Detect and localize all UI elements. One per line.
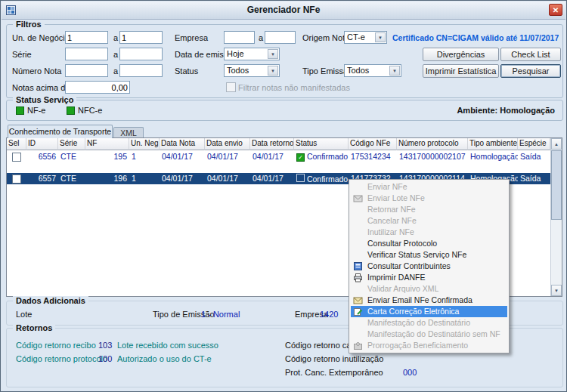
menu-item-prorrogacao-beneficiamento: Prorrogação Beneficiamento [351, 340, 507, 351]
column-header-especie[interactable]: Espécie [518, 138, 550, 150]
column-header-data-envio[interactable]: Data envio [205, 138, 250, 150]
status-select[interactable]: Todos ▼ [224, 64, 280, 77]
column-header-tipo-ambiente[interactable]: Tipo ambiente [468, 138, 518, 150]
cell-data-envio: 04/01/17 [205, 151, 250, 162]
cell-un-neg: 1 [129, 151, 160, 162]
range-sep-label: a [113, 33, 118, 42]
origem-nota-select[interactable]: CT-e ▼ [344, 31, 387, 44]
lote-label: Lote [16, 310, 32, 319]
range-sep-label: a [113, 50, 118, 59]
empresa-to-input[interactable] [265, 31, 296, 44]
numero-nota-label: Número Nota [12, 66, 61, 76]
cell-codigo-nfe: 175314234 [349, 151, 397, 162]
status-checkbox-icon [296, 174, 305, 182]
menu-item-manifestacao-destinatario-sem-nf: Manifestação do Destinatário sem NF [351, 329, 507, 340]
cell-status: Confirmado [307, 174, 348, 184]
cell-serie: CTE [58, 151, 85, 162]
data-emissao-select[interactable]: Hoje ▼ [224, 48, 280, 60]
email-icon [353, 295, 363, 305]
cell-data-nota: 04/01/17 [160, 173, 205, 184]
menu-item-validar-arquivo-xml: Validar Arquivo XML [351, 283, 507, 295]
imprimir-estatistica-button[interactable]: Imprimir Estatística [423, 64, 499, 78]
column-header-sel[interactable]: Sel [7, 138, 26, 150]
filtrar-manifestadas-checkbox [226, 82, 236, 92]
menu-item-enviar-email-nfe-confirmada[interactable]: Enviar Email NFe Confirmada [351, 295, 507, 306]
serie-to-input[interactable] [119, 48, 163, 60]
close-button[interactable]: ✕ [549, 4, 562, 16]
column-header-data-nota[interactable]: Data Nota [160, 138, 205, 150]
menu-item-cancelar-nfe: Cancelar NFe [351, 215, 507, 227]
cell-data-nota: 04/01/17 [160, 151, 205, 162]
scroll-up-button[interactable]: ▲ [551, 138, 562, 150]
scroll-down-button[interactable]: ▼ [551, 285, 562, 296]
prot-canc-extemporaneo-value: 000 [403, 368, 417, 377]
cell-status: Confirmado [307, 152, 348, 161]
row-select-checkbox[interactable] [12, 153, 21, 162]
codigo-retorno-inutilizacao-label: Código retorno inutilização [285, 354, 383, 363]
numero-nota-from-input[interactable] [65, 64, 108, 77]
cell-especie: Saída [518, 151, 550, 162]
chevron-down-icon: ▼ [389, 66, 400, 76]
codigo-retorno-recibo-value: 103 [98, 341, 112, 350]
chevron-down-icon: ▼ [375, 32, 386, 42]
menu-item-verificar-status-servico-nfe[interactable]: Verificar Status Serviço NFe [351, 249, 507, 261]
tab-conhecimento-transporte[interactable]: Conhecimento de Transporte [8, 125, 113, 138]
column-header-data-retorno[interactable]: Data retorno [250, 138, 294, 150]
menu-item-enviar-lote-nfe: Enviar Lote NFe [351, 193, 507, 204]
cell-id: 6557 [26, 173, 58, 184]
cell-nf: 195 [85, 151, 129, 162]
numero-nota-to-input[interactable] [119, 64, 163, 77]
column-header-numero-protocolo[interactable]: Número protocolo [397, 138, 468, 150]
nfe-status-label: NF-e [27, 106, 45, 115]
codigo-retorno-protocolo-label: Código retorno protocolo [16, 354, 107, 363]
row-select-checkbox[interactable] [12, 174, 21, 184]
notas-acima-label: Notas acima de [12, 83, 70, 92]
mail-icon [353, 193, 363, 203]
divergencias-button[interactable]: Divergências [423, 48, 499, 61]
confirmed-check-icon: ✓ [296, 153, 305, 162]
column-header-serie[interactable]: Série [58, 138, 85, 150]
printer-icon [353, 273, 363, 282]
cell-data-envio: 04/01/17 [205, 173, 250, 184]
cell-protocolo: 143170000002107 [397, 151, 468, 162]
notas-acima-input[interactable] [65, 81, 130, 94]
menu-item-carta-correcao-eletronica[interactable]: Carta Correção Eletrônica [351, 306, 507, 317]
codigo-retorno-recibo-label: Código retorno recibo [16, 341, 96, 350]
serie-from-input[interactable] [65, 48, 108, 60]
codigo-retorno-protocolo-value: 100 [98, 354, 112, 363]
cell-serie: CTE [58, 173, 85, 184]
column-header-nf[interactable]: NF [85, 138, 129, 150]
menu-item-manifestacao-destinatario: Manifestação do Destinatário [351, 317, 507, 329]
un-negocio-label: Un. de Negócio [12, 33, 70, 42]
column-header-status[interactable]: Status [294, 138, 349, 150]
nfce-status-green-icon [67, 106, 75, 115]
empresa-from-input[interactable] [224, 31, 255, 44]
un-negocio-to-input[interactable] [119, 31, 163, 44]
cell-data-retorno: 04/01/17 [250, 173, 294, 184]
chevron-down-icon: ▼ [268, 66, 278, 76]
column-header-id[interactable]: ID [26, 138, 58, 150]
nfce-status-label: NFC-e [78, 106, 102, 115]
close-icon: ✕ [553, 6, 559, 14]
tab-xml[interactable]: XML [113, 127, 144, 138]
scrollbar-thumb[interactable] [551, 150, 562, 220]
tipo-emissao-select[interactable]: Todos ▼ [344, 64, 401, 77]
menu-item-consultar-protocolo[interactable]: Consultar Protocolo [351, 238, 507, 249]
table-row[interactable]: 6556 CTE 195 1 04/01/17 04/01/17 04/01/1… [7, 151, 550, 162]
pesquisar-button[interactable]: Pesquisar [500, 64, 561, 78]
context-menu: Enviar NFe Enviar Lote NFe Retornar NFe … [349, 179, 510, 353]
un-negocio-from-input[interactable] [65, 31, 108, 44]
menu-item-imprimir-danfe[interactable]: Imprimir DANFE [351, 272, 507, 283]
serie-label: Série [12, 50, 32, 59]
column-header-codigo-nfe[interactable]: Código NFe [349, 138, 397, 150]
prot-canc-extemporaneo-label: Prot. Canc. Extemporâneo [285, 368, 383, 377]
check-list-button[interactable]: Check List [500, 48, 561, 61]
scroll-up-icon: ▲ [554, 142, 559, 147]
cell-data-retorno: 04/01/17 [250, 151, 294, 162]
menu-item-consultar-contribuintes[interactable]: Consultar Contribuintes [351, 261, 507, 272]
title-bar[interactable]: Gerenciador NFe ✕ [2, 2, 565, 20]
column-header-un-neg[interactable]: Un. Neg. [129, 138, 160, 150]
vertical-scrollbar[interactable]: ▲ ▼ [550, 138, 562, 296]
table-header-row: Sel ID Série NF Un. Neg. Data Nota Data … [7, 138, 562, 150]
menu-item-retornar-nfe: Retornar NFe [351, 204, 507, 215]
